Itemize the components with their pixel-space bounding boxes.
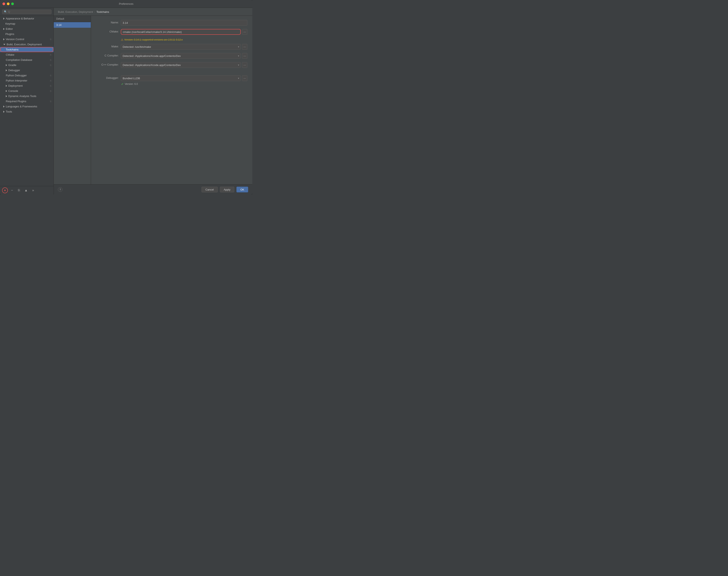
sidebar-item-toolchains[interactable]: Toolchains	[0, 47, 54, 52]
maximize-button[interactable]	[11, 2, 14, 5]
expand-icon	[6, 90, 7, 92]
apply-button[interactable]: Apply	[220, 186, 235, 193]
make-input[interactable]	[121, 44, 241, 50]
expand-icon	[3, 111, 5, 113]
sidebar-item-dynamic-analysis[interactable]: Dynamic Analysis Tools	[0, 93, 54, 99]
sidebar-item-console[interactable]: Console ⎘	[0, 88, 54, 93]
search-bar: 🔍	[0, 8, 54, 16]
more-actions-button[interactable]: »	[30, 188, 36, 193]
sidebar-item-label: Build, Execution, Deployment	[7, 43, 42, 46]
spacer	[96, 71, 247, 75]
right-panel: Build, Execution, Deployment › Toolchain…	[54, 8, 252, 195]
cancel-button[interactable]: Cancel	[202, 186, 218, 193]
debugger-version-text: Version: 6.0	[125, 83, 138, 85]
sidebar-item-version-control[interactable]: Version Control ⎘	[0, 37, 54, 42]
sidebar-item-keymap[interactable]: Keymap	[0, 21, 54, 26]
search-input-wrap[interactable]: 🔍	[2, 9, 52, 14]
sidebar-item-build-exec[interactable]: Build, Execution, Deployment	[0, 42, 54, 47]
copy-toolchain-button[interactable]: ⎘	[16, 188, 22, 193]
debugger-browse-button[interactable]: ···	[242, 75, 247, 81]
toolchain-list-item[interactable]: 3.14	[54, 22, 91, 28]
sidebar-item-compilation-db[interactable]: Compilation Database ⎘	[0, 57, 54, 62]
minimize-button[interactable]	[7, 2, 9, 5]
bottom-bar: ? Cancel Apply OK	[54, 184, 252, 195]
sidebar-list: Appearance & Behavior Keymap Editor Plug…	[0, 16, 54, 186]
sidebar: 🔍 Appearance & Behavior Keymap Editor	[0, 8, 54, 195]
sidebar-toolbar: + − ⎘ ▲ »	[0, 186, 54, 195]
sidebar-item-label: Keymap	[5, 22, 15, 25]
warning-icon: ⚠	[121, 38, 123, 41]
c-compiler-browse-button[interactable]: ···	[242, 53, 247, 59]
make-dropdown-wrap: ▼	[121, 44, 241, 50]
cpp-compiler-browse-button[interactable]: ···	[242, 62, 247, 68]
sidebar-item-plugins[interactable]: Plugins	[0, 31, 54, 37]
sidebar-item-label: Python Debugger	[6, 74, 27, 77]
sidebar-item-label: Console	[8, 89, 18, 92]
cpp-compiler-input[interactable]	[121, 62, 241, 68]
copy-icon: ⎘	[50, 74, 52, 77]
sidebar-item-editor[interactable]: Editor	[0, 26, 54, 31]
cmake-row: CMake: ···	[96, 29, 247, 35]
expand-icon	[3, 28, 5, 30]
cmake-input[interactable]	[121, 29, 241, 35]
copy-icon: ⎘	[50, 38, 52, 40]
copy-icon: ⎘	[50, 90, 52, 92]
debugger-dropdown-wrap: ▼	[121, 75, 241, 81]
make-browse-button[interactable]: ···	[242, 44, 247, 50]
expand-icon	[6, 69, 7, 71]
window-controls	[2, 2, 14, 5]
c-compiler-input-wrap: ▼ ···	[121, 53, 247, 59]
cmake-warning-text: Version: 3.14.1; supported versions are …	[124, 38, 183, 41]
c-compiler-input[interactable]	[121, 53, 241, 59]
c-compiler-row: C Compiler: ▼ ···	[96, 53, 247, 59]
expand-icon	[3, 18, 5, 20]
toolchain-list-header: Default	[54, 16, 91, 22]
sidebar-item-languages[interactable]: Languages & Frameworks	[0, 104, 54, 109]
sidebar-item-python-debugger[interactable]: Python Debugger ⎘	[0, 73, 54, 78]
expand-icon	[6, 95, 7, 97]
sidebar-item-label: CMake	[6, 53, 14, 56]
sidebar-item-label: Toolchains	[6, 48, 19, 51]
debugger-row: Debugger: ▼ ···	[96, 75, 247, 81]
copy-icon: ⎘	[50, 64, 52, 66]
debugger-input[interactable]	[121, 75, 241, 81]
sidebar-item-label: Required Plugins	[6, 100, 26, 103]
cmake-input-wrap: ···	[121, 29, 247, 35]
cmake-row-wrapper: CMake: ··· ⚠ Version: 3.14.1; supported …	[96, 29, 247, 41]
sidebar-item-gradle[interactable]: Gradle ⎘	[0, 62, 54, 68]
sidebar-item-required-plugins[interactable]: Required Plugins ⎘	[0, 99, 54, 104]
help-button[interactable]: ?	[58, 187, 62, 192]
sidebar-item-label: Dynamic Analysis Tools	[8, 94, 36, 98]
expand-icon	[6, 64, 7, 66]
expand-icon	[3, 44, 5, 45]
close-button[interactable]	[2, 2, 5, 5]
cmake-browse-button[interactable]: ···	[242, 29, 247, 35]
sidebar-item-debugger[interactable]: Debugger	[0, 68, 54, 73]
expand-icon	[3, 38, 5, 40]
debugger-label: Debugger:	[96, 75, 119, 80]
breadcrumb-separator: ›	[94, 10, 95, 13]
sidebar-item-cmake[interactable]: CMake ⎘	[0, 52, 54, 57]
toolchain-list: Default 3.14	[54, 16, 91, 184]
copy-icon: ⎘	[50, 85, 52, 87]
search-input[interactable]	[8, 10, 50, 13]
main-content: 🔍 Appearance & Behavior Keymap Editor	[0, 8, 252, 195]
add-toolchain-button[interactable]: +	[2, 188, 8, 193]
remove-toolchain-button[interactable]: −	[9, 188, 15, 193]
cmake-label: CMake:	[96, 29, 119, 33]
copy-icon: ⎘	[50, 54, 52, 56]
cmake-warning: ⚠ Version: 3.14.1; supported versions ar…	[96, 38, 247, 41]
sidebar-item-label: Gradle	[8, 63, 16, 67]
debugger-input-wrap: ▼ ···	[121, 75, 247, 81]
name-input[interactable]	[121, 20, 247, 26]
move-up-button[interactable]: ▲	[23, 188, 29, 193]
ok-button[interactable]: OK	[236, 186, 248, 193]
sidebar-item-label: Tools	[6, 110, 12, 113]
make-row: Make: ▼ ···	[96, 44, 247, 50]
sidebar-item-tools[interactable]: Tools	[0, 109, 54, 114]
sidebar-item-deployment[interactable]: Deployment ⎘	[0, 83, 54, 88]
sidebar-item-appearance[interactable]: Appearance & Behavior	[0, 16, 54, 21]
sidebar-item-label: Plugins	[5, 32, 14, 36]
cpp-compiler-input-wrap: ▼ ···	[121, 62, 247, 68]
sidebar-item-python-interpreter[interactable]: Python Interpreter ⎘	[0, 78, 54, 83]
